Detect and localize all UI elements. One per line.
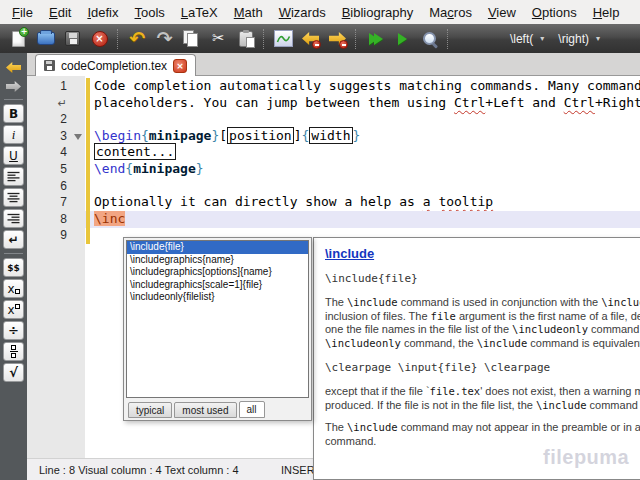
close-file-icon[interactable]: ×: [87, 26, 112, 51]
menu-file[interactable]: File: [4, 2, 41, 23]
toolbar-separator: [447, 29, 450, 49]
menu-view[interactable]: View: [480, 2, 524, 23]
menu-bibliography[interactable]: Bibliography: [334, 2, 422, 23]
completion-item[interactable]: \includeonly{filelist}: [127, 291, 308, 304]
line-number: 3: [27, 128, 85, 145]
chevron-down-icon: ▾: [596, 34, 600, 43]
menu-edit[interactable]: Edit: [41, 2, 79, 23]
completion-item[interactable]: \includegraphics[scale=1]{file}: [127, 279, 308, 292]
fraction-icon[interactable]: [3, 342, 24, 361]
run-icon[interactable]: [390, 26, 415, 51]
align-right-icon[interactable]: [3, 209, 24, 228]
align-center-icon[interactable]: [3, 188, 24, 207]
help-tooltip-panel: \include \include{file}The \include comm…: [313, 237, 640, 480]
watermark: filepuma: [543, 446, 629, 469]
menu-tools[interactable]: Tools: [127, 2, 173, 23]
right-delimiter-dropdown[interactable]: \right)▾: [551, 29, 607, 49]
menu-math[interactable]: Math: [226, 2, 271, 23]
modified-lines-bar: [86, 78, 90, 244]
editor-line[interactable]: content...: [85, 144, 640, 161]
editor-line[interactable]: placeholders. You can jump between them …: [85, 95, 640, 112]
structure-sidebar: BiU↵$$xx÷√: [0, 53, 27, 480]
placeholder-box: position: [227, 127, 294, 144]
italic-icon[interactable]: i: [3, 125, 24, 144]
line-number: 5: [27, 161, 85, 178]
completion-tab-all[interactable]: all: [239, 401, 265, 418]
back-arrow-icon[interactable]: [3, 59, 24, 76]
editor-line[interactable]: \end{minipage}: [85, 161, 640, 178]
forward-arrow-icon[interactable]: [3, 78, 24, 95]
toolbar-separator: [263, 29, 266, 49]
help-body: \include{file}The \include command is us…: [325, 272, 640, 448]
superscript-icon[interactable]: x: [3, 300, 24, 319]
wrap-marker: ↵: [27, 95, 85, 112]
tab-codecompletion[interactable]: codeCompletion.tex ×: [35, 54, 196, 76]
paste-icon[interactable]: [233, 26, 258, 51]
new-file-icon[interactable]: +: [6, 26, 31, 51]
completion-list[interactable]: \include{file}\includegraphics{name}\inc…: [126, 240, 309, 398]
chevron-down-icon: ▾: [540, 34, 544, 43]
nav-back-icon[interactable]: [298, 26, 323, 51]
sidebar-separator: [4, 253, 23, 254]
completion-tab-most-used[interactable]: most used: [174, 402, 236, 418]
menu-wizards[interactable]: Wizards: [271, 2, 334, 23]
completion-item[interactable]: \include{file}: [127, 241, 308, 254]
redo-icon[interactable]: ↷: [152, 26, 177, 51]
sidebar-separator: [4, 99, 23, 100]
toolbar-separator: [117, 29, 120, 49]
graph-icon[interactable]: [271, 26, 296, 51]
underline-icon[interactable]: U: [3, 146, 24, 165]
menu-idefix[interactable]: Idefix: [79, 2, 126, 23]
view-document-icon[interactable]: [417, 26, 442, 51]
nav-forward-icon[interactable]: [325, 26, 350, 51]
completion-item[interactable]: \includegraphics[options]{name}: [127, 266, 308, 279]
completion-filter-tabs: typicalmost usedall: [128, 401, 267, 418]
toolbar-separator: [355, 29, 358, 49]
completion-tab-typical[interactable]: typical: [128, 402, 172, 418]
copy-icon[interactable]: [179, 26, 204, 51]
placeholder-box: content...: [94, 143, 176, 160]
cursor-position-label: Line : 8 Visual column : 4 Text column :…: [39, 464, 239, 476]
align-left-icon[interactable]: [3, 167, 24, 186]
help-code: \include{file}: [325, 272, 640, 285]
completion-popup: \include{file}\includegraphics{name}\inc…: [123, 237, 312, 421]
divide-icon[interactable]: ÷: [3, 321, 24, 340]
line-break-icon[interactable]: ↵: [3, 230, 24, 249]
menu-bar: FileEditIdefixToolsLaTeXMathWizardsBibli…: [0, 0, 640, 24]
open-file-icon[interactable]: [33, 26, 58, 51]
completion-item[interactable]: \includegraphics{name}: [127, 254, 308, 267]
editor-line[interactable]: [85, 178, 640, 195]
editor-line[interactable]: Optionally it can directly show a help a…: [85, 194, 640, 211]
line-number-gutter: 1↵23456789: [27, 76, 85, 458]
editor-line[interactable]: [85, 111, 640, 128]
editor-line[interactable]: Code completion automatically suggests m…: [85, 78, 640, 95]
inline-math-icon[interactable]: $$: [3, 258, 24, 277]
tab-title: codeCompletion.tex: [61, 59, 167, 73]
menu-latex[interactable]: LaTeX: [173, 2, 226, 23]
help-code: \clearpage \input{file} \clearpage: [325, 361, 640, 374]
help-command-link[interactable]: \include: [325, 246, 640, 261]
sqrt-icon[interactable]: √: [3, 363, 24, 382]
editor-line[interactable]: \inc: [85, 211, 640, 228]
help-paragraph: except that if the file `file.tex' does …: [325, 385, 640, 412]
menu-macros[interactable]: Macros: [421, 2, 480, 23]
placeholder-box: width: [309, 127, 352, 144]
menu-help[interactable]: Help: [585, 2, 628, 23]
quick-build-icon[interactable]: [363, 26, 388, 51]
close-tab-icon[interactable]: ×: [173, 59, 187, 73]
help-paragraph: The \include command is used in conjunct…: [325, 296, 640, 350]
save-state-icon: [44, 60, 55, 71]
bold-icon[interactable]: B: [3, 104, 24, 123]
subscript-icon[interactable]: x: [3, 279, 24, 298]
tab-bar: codeCompletion.tex ×: [27, 53, 640, 76]
undo-icon[interactable]: ↶: [125, 26, 150, 51]
texmaker-window: FileEditIdefixToolsLaTeXMathWizardsBibli…: [0, 0, 640, 480]
save-file-icon[interactable]: [60, 26, 85, 51]
line-number: 4: [27, 144, 85, 161]
fold-marker-icon[interactable]: [74, 134, 82, 140]
editor-line[interactable]: \begin{minipage}[position]{width}: [85, 128, 640, 145]
menu-options[interactable]: Options: [524, 2, 585, 23]
left-delimiter-dropdown[interactable]: \left(▾: [503, 29, 551, 49]
cut-icon[interactable]: ✂: [206, 26, 231, 51]
line-number: 1: [27, 78, 85, 95]
